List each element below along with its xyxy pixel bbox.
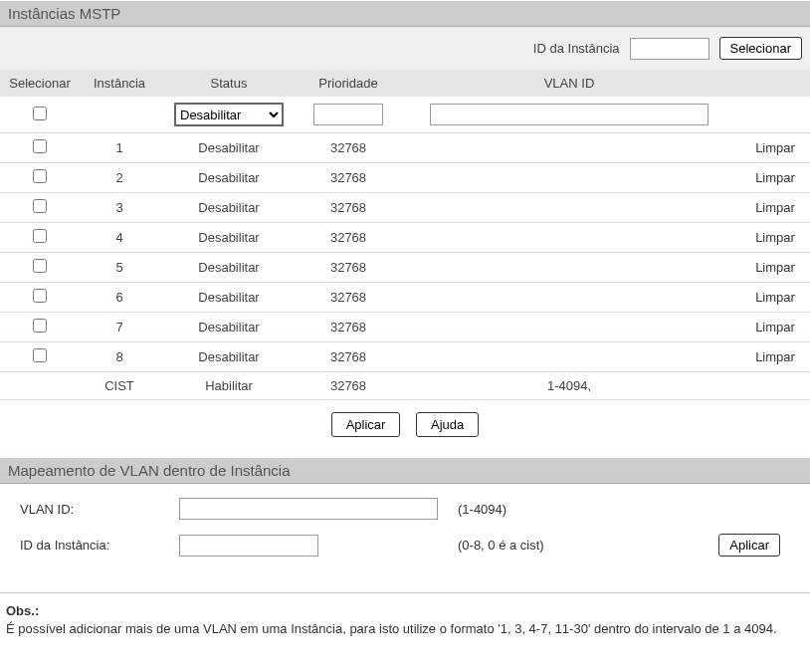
obs-title: Obs.: [6, 603, 804, 618]
row-priority: 32768 [299, 342, 398, 372]
row-priority: 32768 [299, 193, 398, 223]
row-status: Desabilitar [159, 193, 299, 223]
clear-link[interactable]: Limpar [755, 320, 795, 335]
row-checkbox[interactable] [33, 348, 47, 362]
clear-link[interactable]: Limpar [755, 260, 795, 275]
row-checkbox[interactable] [33, 259, 47, 273]
instance-id-input[interactable] [630, 38, 709, 60]
row-vlan [398, 223, 740, 253]
table-row: 4 Desabilitar 32768 Limpar [0, 223, 810, 253]
row-status: Desabilitar [159, 133, 299, 163]
row-vlan [398, 283, 740, 313]
table-row: 1 Desabilitar 32768 Limpar [0, 133, 810, 163]
row-vlan [398, 163, 740, 193]
cist-status: Habilitar [159, 372, 299, 400]
row-status: Desabilitar [159, 342, 299, 372]
th-status: Status [159, 70, 299, 97]
row-instance: 3 [80, 193, 159, 223]
help-button[interactable]: Ajuda [416, 412, 479, 437]
cist-priority: 32768 [299, 372, 398, 400]
table-row: 6 Desabilitar 32768 Limpar [0, 283, 810, 313]
row-instance: 5 [80, 253, 159, 283]
mapping-vlan-input[interactable] [179, 498, 438, 520]
row-status: Desabilitar [159, 283, 299, 313]
vlan-filter-input[interactable] [430, 104, 709, 125]
vlan-hint: (1-4094) [458, 502, 506, 517]
row-priority: 32768 [299, 253, 398, 283]
row-instance: 6 [80, 283, 159, 313]
row-status: Desabilitar [159, 223, 299, 253]
status-select[interactable]: Desabilitar [174, 103, 284, 126]
table-row: 8 Desabilitar 32768 Limpar [0, 342, 810, 372]
cist-vlan: 1-4094, [398, 372, 740, 400]
instance-id-label: ID da Instância [533, 41, 620, 56]
mapping-instance-label: ID da Instância: [20, 538, 179, 553]
instance-hint: (0-8, 0 é a cist) [458, 538, 544, 553]
row-instance: 7 [80, 313, 159, 342]
row-vlan [398, 313, 740, 342]
row-checkbox[interactable] [33, 199, 47, 213]
action-buttons-row: Aplicar Ajuda [0, 400, 810, 457]
row-checkbox[interactable] [33, 289, 47, 303]
section-title-mapping: Mapeamento de VLAN dentro de Instância [0, 457, 810, 484]
table-row: 5 Desabilitar 32768 Limpar [0, 253, 810, 283]
cist-instance: CIST [80, 372, 159, 400]
row-instance: 1 [80, 133, 159, 163]
table-row: 7 Desabilitar 32768 Limpar [0, 313, 810, 342]
row-instance: 2 [80, 163, 159, 193]
obs-text: É possível adicionar mais de uma VLAN em… [6, 620, 804, 638]
row-status: Desabilitar [159, 313, 299, 342]
mapping-instance-input[interactable] [179, 535, 318, 557]
row-vlan [398, 253, 740, 283]
select-instance-button[interactable]: Selecionar [719, 37, 802, 60]
table-row: 3 Desabilitar 32768 Limpar [0, 193, 810, 223]
priority-filter-input[interactable] [313, 104, 383, 125]
clear-link[interactable]: Limpar [755, 170, 795, 185]
row-checkbox[interactable] [33, 319, 47, 333]
row-priority: 32768 [299, 133, 398, 163]
apply-button[interactable]: Aplicar [331, 412, 401, 437]
clear-link[interactable]: Limpar [755, 230, 795, 245]
row-vlan [398, 133, 740, 163]
observation-block: Obs.: É possível adicionar mais de uma V… [0, 592, 810, 648]
row-priority: 32768 [299, 223, 398, 253]
row-priority: 32768 [299, 283, 398, 313]
row-vlan [398, 342, 740, 372]
clear-link[interactable]: Limpar [755, 140, 795, 155]
row-checkbox[interactable] [33, 169, 47, 183]
select-all-checkbox[interactable] [33, 107, 47, 120]
mstp-instances-table: Selecionar Instância Status Prioridade V… [0, 70, 810, 400]
th-clear [740, 70, 810, 97]
row-instance: 4 [80, 223, 159, 253]
th-vlan: VLAN ID [398, 70, 740, 97]
instance-id-selector-row: ID da Instância Selecionar [0, 27, 810, 70]
row-status: Desabilitar [159, 253, 299, 283]
row-vlan [398, 193, 740, 223]
vlan-mapping-form: VLAN ID: (1-4094) ID da Instância: (0-8,… [0, 484, 810, 584]
row-priority: 32768 [299, 313, 398, 342]
clear-link[interactable]: Limpar [755, 349, 795, 364]
row-priority: 32768 [299, 163, 398, 193]
table-row: 2 Desabilitar 32768 Limpar [0, 163, 810, 193]
mapping-apply-button[interactable]: Aplicar [718, 534, 780, 557]
clear-link[interactable]: Limpar [755, 290, 795, 305]
th-select: Selecionar [0, 70, 80, 97]
th-priority: Prioridade [299, 70, 398, 97]
section-title-mstp: Instâncias MSTP [0, 0, 810, 27]
row-status: Desabilitar [159, 163, 299, 193]
row-instance: 8 [80, 342, 159, 372]
row-checkbox[interactable] [33, 139, 47, 153]
th-instance: Instância [80, 70, 159, 97]
clear-link[interactable]: Limpar [755, 200, 795, 215]
row-checkbox[interactable] [33, 229, 47, 243]
filter-row: Desabilitar [0, 97, 810, 133]
mapping-vlan-label: VLAN ID: [20, 502, 179, 517]
cist-row: CIST Habilitar 32768 1-4094, [0, 372, 810, 400]
